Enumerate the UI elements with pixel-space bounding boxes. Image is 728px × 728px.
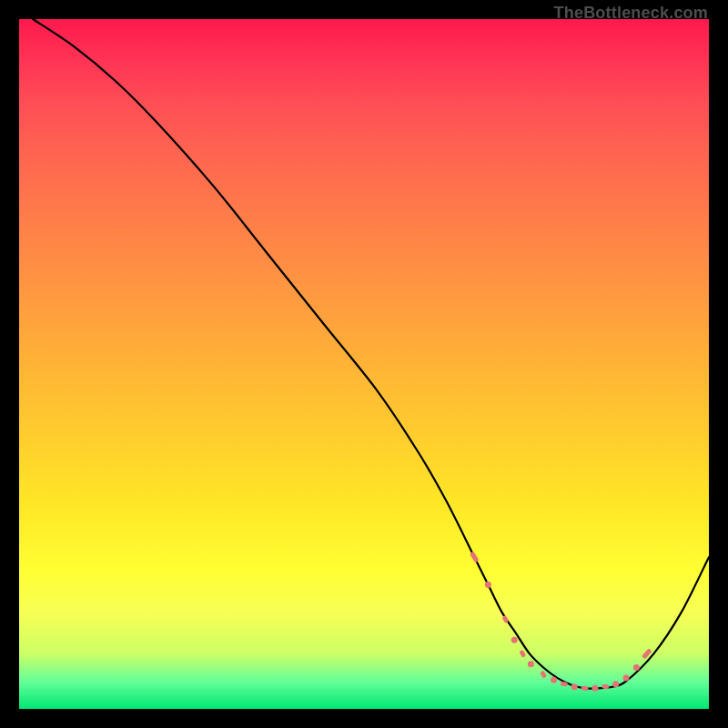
curve-svg [19,19,709,709]
marker-pill [581,685,589,691]
marker-pill [470,551,480,563]
marker-dot [528,661,534,667]
marker-dot [592,685,598,692]
marker-dot [633,664,640,671]
trough-markers [470,551,652,692]
plot-area [19,19,709,709]
marker-pill [540,670,547,678]
marker-dot [551,677,557,683]
marker-dot [571,683,578,690]
marker-pill [519,650,526,658]
attribution-label: TheBottleneck.com [554,4,708,23]
marker-dot [612,681,619,687]
marker-dot [623,674,630,681]
marker-dot [485,581,491,588]
curve-line [33,19,709,689]
marker-dot [511,637,518,643]
chart-frame: TheBottleneck.com [0,0,728,728]
